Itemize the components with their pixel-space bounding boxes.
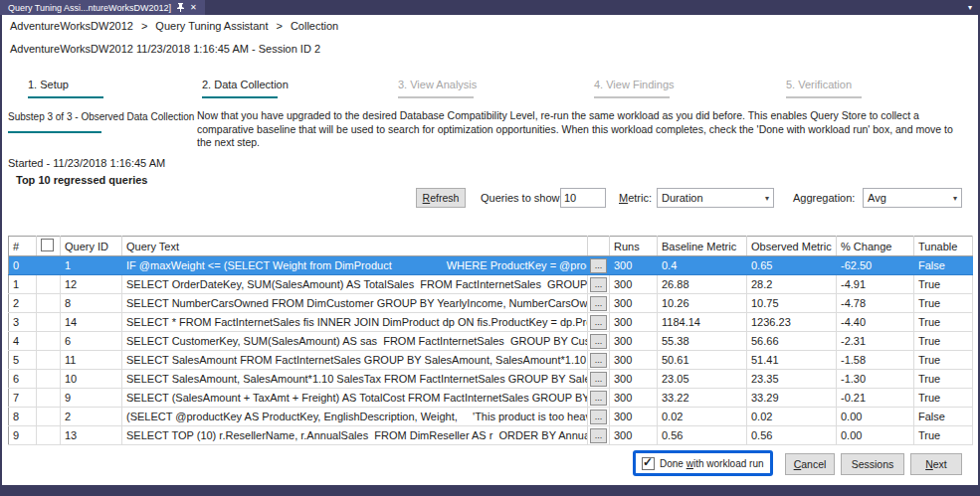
breadcrumb: AdventureWorksDW2012 > Query Tuning Assi…	[10, 20, 338, 32]
row-options-button[interactable]: ...	[590, 410, 607, 424]
column-header[interactable]	[37, 237, 61, 256]
observed-metric: 0.02	[747, 408, 837, 426]
query-text: (SELECT @productKey AS ProductKey, Engli…	[122, 408, 588, 426]
tunable: True	[914, 332, 973, 351]
sessions-button[interactable]: Sessions	[841, 453, 904, 475]
baseline-metric: 26.88	[658, 275, 747, 294]
column-header[interactable]: Query Text	[122, 237, 588, 256]
table-row[interactable]: 46SELECT CustomerKey, SUM(SalesAmount) A…	[9, 332, 973, 351]
step-view-analysis: 3. View Analysis	[398, 79, 577, 98]
aggregation-label: Aggregation:	[793, 192, 855, 204]
queries-to-show-input[interactable]	[560, 188, 606, 208]
row-select-cell	[37, 275, 61, 294]
step-label: 2. Data Collection	[202, 79, 289, 90]
step-view-findings: 4. View Findings	[594, 79, 773, 98]
row-options-button[interactable]: ...	[590, 428, 607, 443]
cancel-button[interactable]: Cancel	[785, 453, 835, 475]
step-label: 4. View Findings	[594, 79, 675, 90]
query-text: SELECT NumberCarsOwned FROM DimCustomer …	[122, 294, 588, 313]
table-row[interactable]: 28SELECT NumberCarsOwned FROM DimCustome…	[9, 294, 973, 313]
done-with-workload-label[interactable]: Done with workload run	[660, 458, 764, 469]
runs: 300	[610, 389, 658, 408]
table-row[interactable]: 82(SELECT @productKey AS ProductKey, Eng…	[9, 408, 973, 426]
aggregation-selected-value: Avg	[868, 192, 886, 204]
table-row[interactable]: 79SELECT (SalesAmount + TaxAmt + Freight…	[9, 389, 973, 408]
row-options-cell: ...	[588, 275, 610, 294]
column-header[interactable]: Observed Metric	[747, 237, 837, 256]
column-header[interactable]: Tunable	[914, 237, 973, 256]
step-setup: 1. Setup	[28, 79, 207, 98]
query-id: 10	[61, 370, 122, 389]
column-header[interactable]: Baseline Metric	[658, 237, 747, 256]
row-index: 1	[9, 275, 37, 294]
column-header[interactable]	[588, 237, 610, 256]
query-id: 1	[61, 256, 122, 275]
tunable: True	[914, 275, 973, 294]
column-header[interactable]: Runs	[610, 237, 658, 256]
query-text: IF @maxWeight <= (SELECT Weight from Dim…	[122, 256, 588, 275]
row-options-button[interactable]: ...	[590, 258, 607, 273]
row-options-button[interactable]: ...	[590, 372, 607, 387]
substep-title: Substep 3 of 3 - Observed Data Collectio…	[8, 111, 194, 122]
query-text: SELECT OrderDateKey, SUM(SalesAmount) AS…	[122, 275, 588, 294]
percent-change: -4.78	[837, 294, 914, 313]
close-icon[interactable]: ✕	[190, 4, 197, 12]
observed-metric: 51.41	[747, 351, 837, 370]
row-select-cell	[37, 256, 61, 275]
query-id: 9	[61, 389, 122, 408]
row-index: 2	[9, 294, 37, 313]
breadcrumb-collection[interactable]: Collection	[291, 20, 338, 32]
done-with-workload-checkbox[interactable]: ✓	[642, 457, 655, 470]
table-row[interactable]: 913SELECT TOP (10) r.ResellerName, r.Ann…	[9, 426, 973, 445]
metric-select[interactable]: Duration ▾	[657, 188, 774, 208]
queries-to-show-label: Queries to show:	[481, 192, 563, 204]
row-select-cell	[37, 426, 61, 445]
baseline-metric: 1184.14	[658, 313, 747, 332]
substep-description: Now that you have upgraded to the desire…	[197, 109, 961, 150]
select-all-checkbox[interactable]	[41, 239, 54, 251]
step-progress-bar	[594, 96, 670, 98]
row-options-button[interactable]: ...	[590, 353, 607, 368]
table-row[interactable]: 610SELECT SalesAmount, SalesAmount*1.10 …	[9, 370, 973, 389]
table-row[interactable]: 01IF @maxWeight <= (SELECT Weight from D…	[9, 256, 973, 275]
row-options-button[interactable]: ...	[590, 391, 607, 406]
pin-icon[interactable]	[177, 3, 184, 12]
tunable: True	[914, 313, 973, 332]
row-index: 0	[9, 256, 37, 275]
percent-change: -62.50	[837, 256, 914, 275]
table-body: 01IF @maxWeight <= (SELECT Weight from D…	[9, 256, 973, 445]
tunable: True	[914, 426, 973, 445]
row-index: 5	[9, 351, 37, 370]
breadcrumb-separator: >	[141, 20, 147, 32]
row-options-button[interactable]: ...	[590, 315, 607, 330]
row-options-button[interactable]: ...	[590, 334, 607, 349]
column-header[interactable]: #	[9, 237, 37, 256]
observed-metric: 1236.23	[747, 313, 837, 332]
refresh-button[interactable]: Refresh	[416, 188, 466, 208]
column-header[interactable]: % Change	[837, 237, 914, 256]
row-options-cell: ...	[588, 426, 610, 445]
query-id: 12	[61, 275, 122, 294]
row-options-button[interactable]: ...	[590, 296, 607, 311]
percent-change: -4.40	[837, 313, 914, 332]
next-button[interactable]: Next	[910, 453, 962, 475]
breadcrumb-database[interactable]: AdventureWorksDW2012	[10, 20, 133, 32]
table-row[interactable]: 314SELECT * FROM FactInternetSales fis I…	[9, 313, 973, 332]
started-timestamp: Started - 11/23/2018 1:16:45 AM	[8, 157, 165, 169]
observed-metric: 56.66	[747, 332, 837, 351]
percent-change: -0.21	[837, 389, 914, 408]
step-progress-bar	[28, 96, 103, 98]
query-id: 11	[61, 351, 122, 370]
table-row[interactable]: 511SELECT SalesAmount FROM FactInternetS…	[9, 351, 973, 370]
aggregation-select[interactable]: Avg ▾	[863, 188, 962, 208]
tab-list-dropdown-icon[interactable]: ▾	[968, 0, 980, 15]
row-options-button[interactable]: ...	[590, 277, 607, 292]
row-select-cell	[37, 389, 61, 408]
tab-query-tuning-assistant[interactable]: Query Tuning Assi...ntureWorksDW2012] ✕	[0, 0, 205, 15]
runs: 300	[610, 351, 658, 370]
column-header[interactable]: Query ID	[61, 237, 122, 256]
table-row[interactable]: 112SELECT OrderDateKey, SUM(SalesAmount)…	[9, 275, 973, 294]
breadcrumb-query-tuning-assistant[interactable]: Query Tuning Assistant	[155, 20, 268, 32]
row-index: 7	[9, 389, 37, 408]
row-options-cell: ...	[588, 332, 610, 351]
